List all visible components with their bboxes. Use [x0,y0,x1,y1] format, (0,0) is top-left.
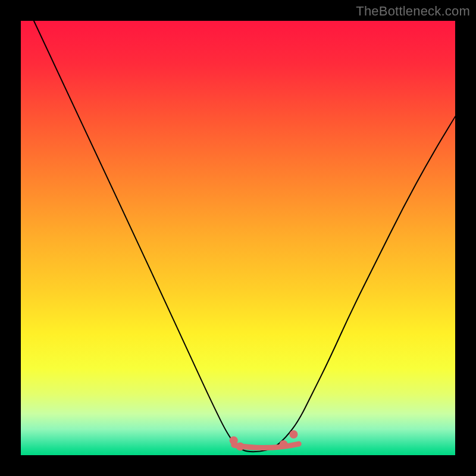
plot-area [21,21,455,455]
chart-frame: TheBottleneck.com [0,0,476,476]
watermark-text: TheBottleneck.com [356,4,470,19]
optimal-range-dot [280,440,288,449]
curve-layer [21,21,455,455]
bottleneck-curve [34,21,455,452]
optimal-range-dot [236,442,245,450]
optimal-range-dot [230,436,238,444]
optimal-range-dot [289,430,298,439]
